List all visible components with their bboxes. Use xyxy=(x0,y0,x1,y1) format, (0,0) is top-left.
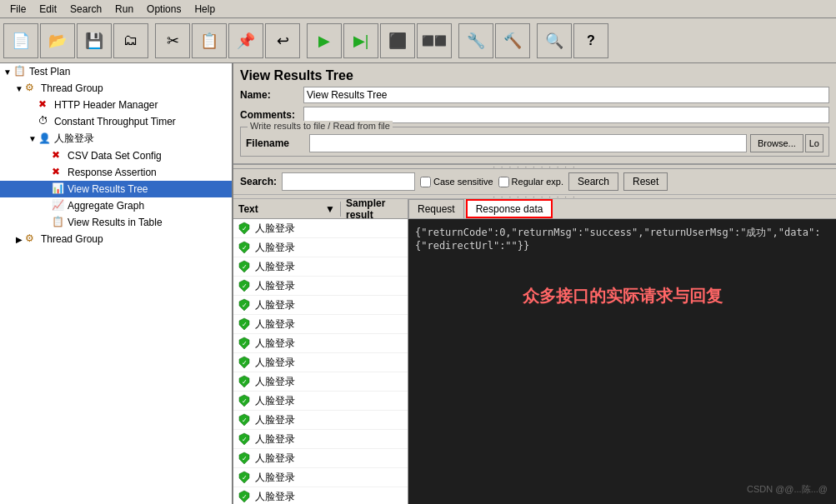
search-input[interactable] xyxy=(282,172,415,191)
menu-search[interactable]: Search xyxy=(63,2,108,17)
content-panel: View Results Tree Name: Comments: Write … xyxy=(233,63,836,504)
main-layout: ▼ 📋 Test Plan ▼ ⚙ Thread Group ▶ ✖ HTTP … xyxy=(0,63,836,504)
expand-threadgroup1[interactable]: ▼ xyxy=(13,84,25,93)
expand-threadgroup2[interactable]: ▶ xyxy=(13,235,25,244)
facelogin-label: 人脸登录 xyxy=(54,132,94,146)
results-list-header: Text ▼ Sampler result xyxy=(233,199,408,219)
text-column-label: Text xyxy=(238,203,258,215)
result-item-13[interactable]: ✓ 人脸登录 xyxy=(233,449,408,468)
save-button[interactable]: 💾 xyxy=(77,23,112,58)
tree-item-threadgroup2[interactable]: ▶ ⚙ Thread Group xyxy=(0,231,232,247)
svg-text:✓: ✓ xyxy=(242,436,248,443)
filename-input[interactable] xyxy=(309,134,747,152)
tree-item-httpheader[interactable]: ▶ ✖ HTTP Header Manager xyxy=(0,97,232,113)
cut-button[interactable]: ✂ xyxy=(155,23,190,58)
result-item-15[interactable]: ✓ 人脸登录 xyxy=(233,487,408,504)
help-button[interactable]: ? xyxy=(573,23,608,58)
aggregategraph-icon: 📈 xyxy=(52,199,65,212)
result-item-2[interactable]: ✓ 人脸登录 xyxy=(233,238,408,257)
saveall-button[interactable]: 🗂 xyxy=(113,23,148,58)
result-item-9[interactable]: ✓ 人脸登录 xyxy=(233,372,408,392)
svg-text:✓: ✓ xyxy=(242,244,248,252)
undo-button[interactable]: ↩ xyxy=(265,23,300,58)
constanttimer-icon: ⏱ xyxy=(38,115,52,128)
menu-edit[interactable]: Edit xyxy=(33,2,63,17)
case-sensitive-checkbox[interactable] xyxy=(420,177,431,187)
reset-button[interactable]: Reset xyxy=(623,172,668,191)
testplan-icon: 📋 xyxy=(13,65,27,78)
result-label-15: 人脸登录 xyxy=(255,490,295,504)
result-label-3: 人脸登录 xyxy=(255,260,295,274)
tree-item-testplan[interactable]: ▼ 📋 Test Plan xyxy=(0,63,232,80)
paste-button[interactable]: 📌 xyxy=(228,23,263,58)
result-item-4[interactable]: ✓ 人脸登录 xyxy=(233,277,408,296)
svg-text:✓: ✓ xyxy=(242,378,248,386)
tree-item-threadgroup1[interactable]: ▼ ⚙ Thread Group xyxy=(0,80,232,97)
aggregategraph-label: Aggregate Graph xyxy=(68,200,144,212)
expand-facelogin[interactable]: ▼ xyxy=(27,134,38,143)
result-item-8[interactable]: ✓ 人脸登录 xyxy=(233,353,408,372)
menu-options[interactable]: Options xyxy=(140,2,188,17)
httpheader-icon: ✖ xyxy=(38,98,52,112)
tree-item-csvdata[interactable]: ▶ ✖ CSV Data Set Config xyxy=(0,147,232,164)
shield-check-icon-1: ✓ xyxy=(237,221,252,236)
log-button[interactable]: Lo xyxy=(805,134,823,152)
result-item-7[interactable]: ✓ 人脸登录 xyxy=(233,334,408,353)
name-input[interactable] xyxy=(303,87,829,103)
svg-text:✓: ✓ xyxy=(242,474,248,482)
result-item-12[interactable]: ✓ 人脸登录 xyxy=(233,430,408,449)
shield-check-icon-4: ✓ xyxy=(237,278,252,293)
sampler-column-header[interactable]: Sampler result xyxy=(341,199,408,222)
stop-now-button[interactable]: ⬛⬛ xyxy=(417,23,452,58)
result-item-6[interactable]: ✓ 人脸登录 xyxy=(233,315,408,334)
open-button[interactable]: 📂 xyxy=(40,23,75,58)
result-item-11[interactable]: ✓ 人脸登录 xyxy=(233,411,408,430)
svg-text:✓: ✓ xyxy=(242,263,248,271)
case-sensitive-check[interactable]: Case sensitive xyxy=(420,177,493,187)
tree-item-constanttimer[interactable]: ▶ ⏱ Constant Throughput Timer xyxy=(0,113,232,130)
httpheader-label: HTTP Header Manager xyxy=(54,99,158,111)
tree-item-facelogin[interactable]: ▼ 👤 人脸登录 xyxy=(0,130,232,147)
threadgroup1-icon: ⚙ xyxy=(25,82,38,95)
result-item-10[interactable]: ✓ 人脸登录 xyxy=(233,392,408,411)
regex-check[interactable]: Regular exp. xyxy=(498,177,563,187)
result-item-14[interactable]: ✓ 人脸登录 xyxy=(233,468,408,487)
copy-button[interactable]: 📋 xyxy=(192,23,227,58)
shield-check-icon-15: ✓ xyxy=(237,489,252,504)
clear-button[interactable]: 🔧 xyxy=(458,23,493,58)
viewresultstree-icon: 📊 xyxy=(52,182,65,196)
menu-file[interactable]: File xyxy=(3,2,33,17)
tree-item-viewresultstable[interactable]: ▶ 📋 View Results in Table xyxy=(0,214,232,231)
new-button[interactable]: 📄 xyxy=(3,23,38,58)
result-item-5[interactable]: ✓ 人脸登录 xyxy=(233,296,408,315)
tree-item-viewresultstree[interactable]: ▶ 📊 View Results Tree xyxy=(0,181,232,197)
detail-content: {"returnCode":0,"returnMsg":"success","r… xyxy=(408,219,836,504)
result-item-3[interactable]: ✓ 人脸登录 xyxy=(233,257,408,277)
csdn-watermark: CSDN @@...陈...@ xyxy=(747,483,828,496)
tab-request[interactable]: Request xyxy=(408,199,464,218)
result-label-14: 人脸登录 xyxy=(255,471,295,485)
run-selected-button[interactable]: ▶| xyxy=(343,23,378,58)
tab-response-data[interactable]: Response data xyxy=(466,199,553,218)
clear-all-button[interactable]: 🔨 xyxy=(495,23,530,58)
tree-item-aggregategraph[interactable]: ▶ 📈 Aggregate Graph xyxy=(0,197,232,214)
shield-check-icon-10: ✓ xyxy=(237,393,252,408)
detail-tabs: Request Response data xyxy=(408,199,836,219)
search-toolbar-button[interactable]: 🔍 xyxy=(537,23,572,58)
menu-help[interactable]: Help xyxy=(188,2,222,17)
browse-button[interactable]: Browse... xyxy=(750,134,803,152)
expand-testplan[interactable]: ▼ xyxy=(2,67,13,77)
result-label-9: 人脸登录 xyxy=(255,375,295,389)
text-column-header[interactable]: Text ▼ xyxy=(233,202,341,217)
run-button[interactable]: ▶ xyxy=(307,23,342,58)
regex-label: Regular exp. xyxy=(512,177,563,187)
menu-run[interactable]: Run xyxy=(108,2,140,17)
tree-item-responseassert[interactable]: ▶ ✖ Response Assertion xyxy=(0,164,232,181)
threadgroup2-icon: ⚙ xyxy=(25,232,38,246)
stop-button[interactable]: ⬛ xyxy=(380,23,415,58)
shield-check-icon-14: ✓ xyxy=(237,470,252,485)
search-button[interactable]: Search xyxy=(568,172,618,191)
result-label-6: 人脸登录 xyxy=(255,317,295,332)
svg-text:✓: ✓ xyxy=(242,455,248,462)
regex-checkbox[interactable] xyxy=(498,177,509,187)
